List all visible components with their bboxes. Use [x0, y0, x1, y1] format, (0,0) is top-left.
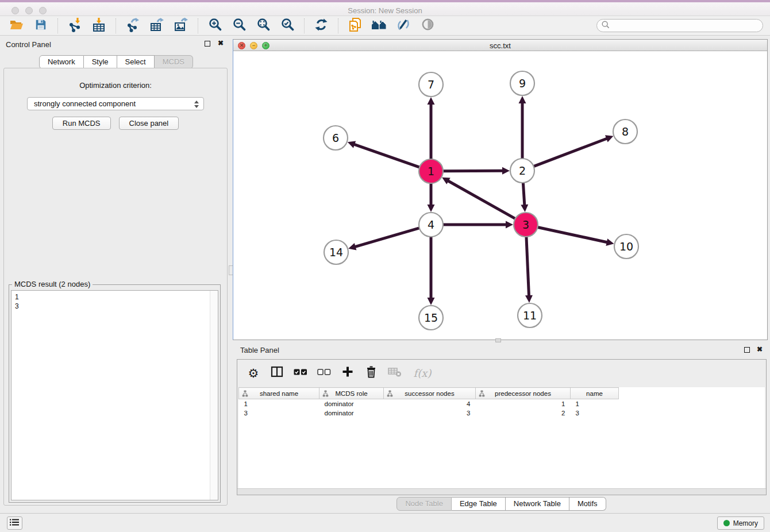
graph-node-14[interactable]: 14	[324, 240, 348, 264]
graph-edge-3-11[interactable]	[525, 237, 533, 303]
tab-node-table[interactable]: Node Table	[396, 497, 452, 511]
network-canvas[interactable]: 7968124314101511	[233, 51, 767, 340]
graph-node-10[interactable]: 10	[614, 234, 638, 259]
table-cell[interactable]: dominator	[319, 399, 384, 408]
zoom-in-button[interactable]	[206, 17, 224, 34]
import-network-icon	[67, 17, 82, 34]
import-network-button[interactable]	[66, 17, 83, 34]
table-row[interactable]: 3dominator323	[239, 408, 619, 418]
column-header-shared-name[interactable]: shared name	[239, 388, 319, 399]
table-cell[interactable]: 4	[384, 399, 476, 408]
mcds-panel: Optimization criterion: strongly connect…	[3, 68, 228, 506]
graph-edge-2-9[interactable]	[519, 96, 526, 159]
graph-edge-3-10[interactable]	[538, 227, 614, 245]
table-close-icon[interactable]: ✖	[757, 345, 763, 353]
tab-network[interactable]: Network	[39, 55, 84, 69]
export-image-button[interactable]	[172, 17, 190, 34]
table-cell[interactable]: dominator	[319, 408, 384, 418]
task-history-button[interactable]	[7, 516, 22, 530]
destroy-table-button[interactable]	[388, 366, 402, 380]
home-button[interactable]	[371, 17, 388, 34]
zoom-out-button[interactable]	[230, 17, 248, 34]
network-from-clipboard-button[interactable]	[346, 17, 364, 34]
graph-node-2[interactable]: 2	[510, 159, 534, 183]
add-column-button[interactable]	[341, 366, 355, 380]
column-header-successor-nodes[interactable]: successor nodes	[384, 388, 476, 399]
hide-graphics-details-button[interactable]	[395, 17, 412, 34]
table-float-icon[interactable]	[744, 347, 750, 353]
function-builder-button[interactable]: f(x)	[411, 366, 433, 380]
table-cell[interactable]: 3	[571, 408, 619, 418]
close-panel-icon[interactable]: ✖	[218, 39, 224, 47]
graph-node-9[interactable]: 9	[510, 71, 534, 95]
column-header-MCDS-role[interactable]: MCDS role	[319, 388, 384, 399]
memory-button[interactable]: Memory	[717, 516, 764, 530]
close-panel-button[interactable]: Close panel	[119, 117, 179, 130]
graph-edge-2-3[interactable]	[521, 183, 528, 212]
table-cell[interactable]: 1	[571, 399, 619, 408]
graph-edge-1-4[interactable]	[428, 183, 435, 212]
window-title: Session: New Session	[0, 6, 770, 15]
table-cell[interactable]: 1	[239, 399, 319, 408]
float-panel-icon[interactable]	[205, 41, 210, 47]
network-resize-handle[interactable]	[495, 338, 501, 342]
graph-node-15[interactable]: 15	[419, 306, 443, 330]
result-scrollbar[interactable]	[210, 291, 218, 500]
toolbar-separator	[57, 18, 58, 33]
tab-select[interactable]: Select	[117, 55, 155, 69]
save-session-button[interactable]	[32, 17, 49, 34]
mcds-result-area[interactable]: 1 3	[11, 290, 218, 500]
tab-mcds[interactable]: MCDS	[155, 55, 193, 69]
toolbar-separator	[116, 18, 116, 33]
select-all-button[interactable]	[294, 366, 307, 380]
graph-edge-4-15[interactable]	[428, 237, 435, 305]
table-cell[interactable]: 1	[476, 399, 571, 408]
run-mcds-button[interactable]: Run MCDS	[52, 117, 111, 130]
svg-text:3: 3	[522, 218, 529, 231]
import-table-button[interactable]	[90, 17, 107, 34]
export-network-button[interactable]	[124, 17, 141, 34]
zoom-selected-button[interactable]	[279, 17, 296, 34]
graph-node-6[interactable]: 6	[324, 126, 348, 150]
column-header-predecessor-nodes[interactable]: predecessor nodes	[476, 388, 571, 399]
graph-edge-3-1[interactable]	[442, 178, 515, 219]
graph-edge-1-6[interactable]	[348, 141, 419, 167]
graph-edge-4-14[interactable]	[348, 228, 419, 250]
graph-edge-1-7[interactable]	[428, 97, 435, 159]
unchecked-boxes-icon	[317, 368, 331, 378]
table-body-area[interactable]: shared nameMCDS rolesuccessor nodesprede…	[238, 387, 765, 489]
graph-edge-2-8[interactable]	[534, 135, 614, 166]
split-panel-button[interactable]	[270, 366, 284, 380]
search-field[interactable]	[596, 19, 763, 32]
graph-node-1[interactable]: 1	[419, 159, 443, 183]
search-input[interactable]	[610, 20, 763, 31]
table-settings-button[interactable]: ⚙	[247, 366, 260, 380]
graph-node-7[interactable]: 7	[419, 72, 443, 97]
network-window-titlebar[interactable]: ✕ − + scc.txt	[233, 40, 767, 51]
refresh-button[interactable]	[313, 17, 330, 34]
deselect-all-button[interactable]	[317, 366, 331, 380]
table-cell[interactable]: 2	[476, 408, 571, 418]
graph-edge-1-2[interactable]	[443, 167, 510, 175]
table-cell[interactable]: 3	[239, 408, 319, 418]
tab-style[interactable]: Style	[84, 55, 117, 69]
tab-motifs[interactable]: Motifs	[569, 497, 606, 511]
graph-edge-4-3[interactable]	[443, 221, 513, 229]
mcds-result-title: MCDS result (2 nodes)	[12, 280, 93, 288]
export-table-button[interactable]	[148, 17, 165, 34]
birdseye-view-button[interactable]	[419, 17, 436, 34]
criterion-dropdown[interactable]: strongly connected component	[27, 97, 204, 110]
column-header-name[interactable]: name	[571, 388, 619, 399]
tab-edge-table[interactable]: Edge Table	[452, 497, 506, 511]
table-cell[interactable]: 3	[384, 408, 476, 418]
zoom-fit-button[interactable]	[255, 17, 272, 34]
svg-text:6: 6	[332, 132, 339, 144]
graph-node-4[interactable]: 4	[419, 213, 443, 237]
tab-network-table[interactable]: Network Table	[506, 497, 569, 511]
open-file-button[interactable]	[8, 17, 25, 34]
graph-node-3[interactable]: 3	[514, 213, 538, 237]
table-row[interactable]: 1dominator411	[239, 399, 619, 408]
graph-node-8[interactable]: 8	[613, 119, 637, 144]
graph-node-11[interactable]: 11	[518, 303, 542, 327]
delete-column-button[interactable]	[364, 366, 378, 380]
